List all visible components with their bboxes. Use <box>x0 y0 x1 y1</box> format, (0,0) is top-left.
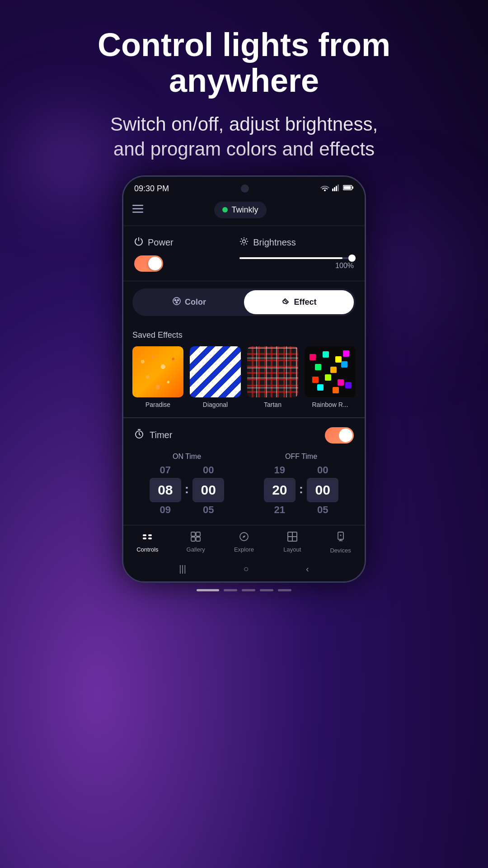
top-bar: Twinkly <box>123 197 365 226</box>
effects-section: Saved Effects Paradise Diagonal <box>123 323 365 417</box>
nav-explore-label: Explore <box>234 546 254 553</box>
off-minute-next: 05 <box>317 504 328 516</box>
nav-explore[interactable]: Explore <box>220 532 268 554</box>
svg-rect-7 <box>132 205 143 206</box>
nav-gallery-label: Gallery <box>187 546 205 553</box>
timer-times: ON Time 07 08 09 : 00 00 05 <box>134 453 354 516</box>
brightness-label: Brightness <box>253 237 296 248</box>
svg-point-10 <box>243 240 246 243</box>
nav-controls[interactable]: Controls <box>123 532 172 554</box>
svg-rect-32 <box>191 537 195 541</box>
brightness-slider[interactable] <box>239 257 354 259</box>
effect-thumb-rainbow <box>305 346 356 397</box>
svg-rect-26 <box>143 534 146 536</box>
nav-devices[interactable]: Devices <box>316 532 365 554</box>
status-icons <box>320 184 354 193</box>
brightness-fill <box>239 257 342 259</box>
svg-line-18 <box>241 243 242 244</box>
off-hour-prev: 19 <box>274 464 285 476</box>
device-name: Twinkly <box>231 205 258 215</box>
android-nav: ||| ○ ‹ <box>123 557 365 581</box>
bottom-nav: Controls Gallery <box>123 525 365 557</box>
svg-rect-2 <box>336 186 337 191</box>
svg-rect-0 <box>332 189 333 191</box>
color-tab-label: Color <box>185 297 206 307</box>
svg-line-16 <box>246 243 247 244</box>
page-dot-3[interactable] <box>242 589 255 591</box>
battery-icon <box>343 184 354 193</box>
off-hour-next: 21 <box>274 504 285 516</box>
page-dot-1[interactable] <box>197 589 219 591</box>
timer-toggle-knob <box>339 429 352 442</box>
effect-tab-label: Effect <box>294 297 316 307</box>
page-dot-5[interactable] <box>278 589 291 591</box>
hamburger-icon[interactable] <box>132 204 143 216</box>
svg-rect-9 <box>132 212 143 213</box>
tab-section: Color Effect <box>123 281 365 323</box>
saved-effects-title: Saved Effects <box>132 330 356 340</box>
effect-tartan[interactable]: Tartan <box>247 346 298 408</box>
on-hour-current[interactable]: 08 <box>150 478 181 502</box>
wifi-icon <box>320 184 329 193</box>
devices-icon <box>336 532 345 545</box>
nav-layout-label: Layout <box>283 546 301 553</box>
device-badge[interactable]: Twinkly <box>214 202 266 218</box>
off-time-label: OFF Time <box>285 453 317 461</box>
brightness-thumb[interactable] <box>348 255 356 262</box>
brightness-label-group: Brightness <box>239 237 296 248</box>
effect-diagonal[interactable]: Diagonal <box>190 346 241 408</box>
svg-marker-35 <box>243 535 245 538</box>
layout-icon <box>287 532 297 544</box>
svg-rect-8 <box>132 208 143 210</box>
off-minute-current[interactable]: 00 <box>307 478 338 502</box>
status-bar: 09:30 PM <box>123 177 365 197</box>
power-toggle[interactable] <box>134 255 163 272</box>
svg-rect-31 <box>196 532 200 536</box>
android-back-btn[interactable]: ‹ <box>306 564 309 574</box>
brightness-icon <box>239 237 249 248</box>
svg-rect-27 <box>148 534 152 536</box>
effect-paradise[interactable]: Paradise <box>132 346 183 408</box>
page-dot-4[interactable] <box>260 589 273 591</box>
power-label-group: Power <box>134 237 239 248</box>
controls-icon <box>142 532 153 544</box>
off-hour-column: 19 20 21 <box>264 464 296 516</box>
effect-label-rainbow: Rainbow R... <box>312 401 348 408</box>
on-hour-prev: 07 <box>160 464 171 476</box>
svg-rect-6 <box>352 187 353 189</box>
brightness-control-area: 100% <box>239 257 354 270</box>
tab-color[interactable]: Color <box>134 290 244 314</box>
off-hour-current[interactable]: 20 <box>264 478 296 502</box>
nav-layout[interactable]: Layout <box>268 532 316 554</box>
on-minute-next: 05 <box>203 504 214 516</box>
svg-rect-29 <box>148 538 152 539</box>
svg-rect-33 <box>196 537 200 541</box>
page-dot-2[interactable] <box>224 589 237 591</box>
off-time-colon: : <box>299 482 303 496</box>
effect-rainbow[interactable]: Rainbow R... <box>305 346 356 408</box>
on-minute-current[interactable]: 00 <box>192 478 224 502</box>
toggle-knob <box>148 257 162 270</box>
color-icon <box>172 297 181 308</box>
power-toggle-area <box>134 255 239 272</box>
android-recent-btn[interactable]: ||| <box>179 564 186 574</box>
nav-gallery[interactable]: Gallery <box>172 532 220 554</box>
svg-rect-28 <box>143 538 146 539</box>
off-time-group: OFF Time 19 20 21 : 00 00 05 <box>249 453 354 516</box>
effect-icon <box>281 297 290 308</box>
svg-rect-5 <box>343 186 351 189</box>
nav-controls-label: Controls <box>136 546 158 553</box>
timer-toggle[interactable] <box>325 427 354 443</box>
on-time-colon: : <box>185 482 189 496</box>
svg-line-17 <box>246 238 247 239</box>
power-brightness-section: Power <box>123 226 365 281</box>
on-time-label: ON Time <box>173 453 201 461</box>
tab-effect[interactable]: Effect <box>244 290 354 314</box>
on-hour-next: 09 <box>160 504 171 516</box>
page-title: Control lights from anywhere <box>27 27 461 99</box>
on-time-columns: 07 08 09 : 00 00 05 <box>150 464 224 516</box>
tab-row: Color Effect <box>132 288 356 316</box>
effect-label-diagonal: Diagonal <box>203 401 228 408</box>
android-home-btn[interactable]: ○ <box>243 564 249 574</box>
explore-icon <box>239 532 249 544</box>
